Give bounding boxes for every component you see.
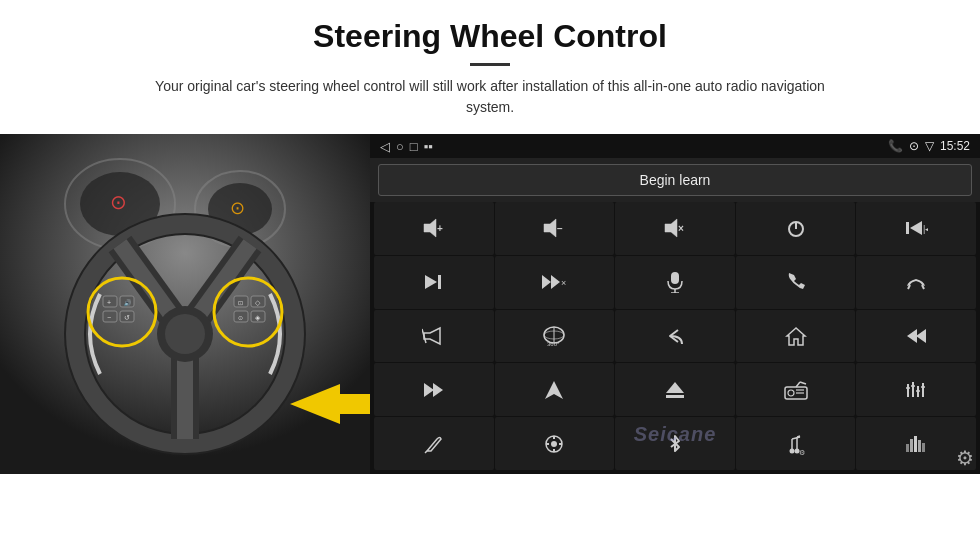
svg-line-94 [792, 437, 800, 439]
view360-icon: 360° [540, 325, 568, 347]
svg-point-74 [788, 390, 794, 396]
pen-btn[interactable] [374, 417, 494, 470]
mute-btn[interactable]: × [615, 202, 735, 255]
music-icon: ⚙ [785, 433, 807, 455]
svg-line-58 [422, 329, 426, 343]
fast-fwd-icon [422, 380, 446, 400]
equalizer-icon [905, 379, 927, 401]
prev-track-btn[interactable]: |◀ [856, 202, 976, 255]
begin-learn-button[interactable]: Begin learn [378, 164, 972, 196]
time-display: 15:52 [940, 139, 970, 153]
svg-text:⊙: ⊙ [230, 198, 245, 218]
svg-marker-65 [916, 329, 926, 343]
navigate-icon [543, 379, 565, 401]
wifi-status-icon: ▽ [925, 139, 934, 153]
music-btn[interactable]: ⚙ [736, 417, 856, 470]
radio-icon [784, 379, 808, 401]
svg-point-96 [789, 448, 794, 453]
mute-icon: × [663, 218, 687, 238]
svg-marker-66 [424, 383, 434, 397]
svg-text:|◀: |◀ [923, 224, 928, 234]
svg-point-16 [165, 314, 205, 354]
android-panel: ◁ ○ □ ▪▪ 📞 ⊙ ▽ 15:52 Begin learn [370, 134, 980, 474]
bluetooth-icon [667, 433, 683, 455]
svg-rect-102 [918, 440, 921, 452]
svg-rect-48 [438, 275, 441, 289]
status-right: 📞 ⊙ ▽ 15:52 [888, 139, 970, 153]
svg-marker-45 [910, 221, 922, 235]
home-btn[interactable] [736, 310, 856, 363]
svg-marker-57 [424, 328, 440, 344]
end-call-btn[interactable] [856, 256, 976, 309]
horn-btn[interactable] [374, 310, 494, 363]
radio-btn[interactable] [736, 363, 856, 416]
eject-icon [664, 379, 686, 401]
svg-marker-69 [666, 382, 684, 393]
steering-wheel-bg: ⊙ ⊙ [0, 134, 370, 474]
svg-marker-63 [787, 328, 805, 345]
vol-down-icon: − [542, 218, 566, 238]
home-icon [785, 325, 807, 347]
car-image-section: ⊙ ⊙ [0, 134, 370, 474]
svg-marker-64 [907, 329, 917, 343]
phone-call-icon [785, 271, 807, 293]
svg-rect-101 [914, 436, 917, 452]
skip-fwd-btn[interactable]: × [495, 256, 615, 309]
svg-text:−: − [107, 314, 111, 321]
page-container: Steering Wheel Control Your original car… [0, 0, 980, 548]
circle-icon[interactable]: ○ [396, 139, 404, 154]
vol-down-btn[interactable]: − [495, 202, 615, 255]
page-title: Steering Wheel Control [60, 18, 920, 55]
svg-text:+: + [107, 299, 111, 306]
svg-line-95 [797, 436, 800, 437]
svg-marker-38 [544, 219, 556, 237]
rewind-btn[interactable] [856, 310, 976, 363]
eject-btn[interactable] [615, 363, 735, 416]
rewind-icon [904, 326, 928, 346]
svg-rect-70 [666, 395, 684, 398]
skip-next-icon [422, 272, 446, 292]
vol-up-btn[interactable]: + [374, 202, 494, 255]
svg-marker-49 [542, 275, 551, 289]
power-btn[interactable] [736, 202, 856, 255]
navigate-btn[interactable] [495, 363, 615, 416]
end-call-icon [904, 271, 928, 293]
equalizer-btn[interactable] [856, 363, 976, 416]
square-icon[interactable]: □ [410, 139, 418, 154]
svg-text:−: − [557, 223, 563, 234]
bluetooth-btn[interactable] [615, 417, 735, 470]
svg-line-56 [922, 285, 924, 289]
svg-marker-50 [551, 275, 560, 289]
svg-text:⊙: ⊙ [110, 191, 127, 213]
back-nav-btn[interactable] [615, 310, 735, 363]
svg-line-55 [908, 285, 910, 289]
skip-next-btn[interactable] [374, 256, 494, 309]
svg-text:×: × [561, 278, 566, 288]
fast-fwd-btn[interactable] [374, 363, 494, 416]
location-status-icon: ⊙ [909, 139, 919, 153]
svg-rect-99 [906, 444, 909, 452]
title-divider [470, 63, 510, 66]
back-icon[interactable]: ◁ [380, 139, 390, 154]
phone-call-btn[interactable] [736, 256, 856, 309]
svg-text:⚙: ⚙ [799, 449, 805, 455]
mic-btn[interactable] [615, 256, 735, 309]
status-left: ◁ ○ □ ▪▪ [380, 139, 433, 154]
begin-learn-row: Begin learn [370, 158, 980, 202]
battery-icon: ▪▪ [424, 139, 433, 154]
status-bar: ◁ ○ □ ▪▪ 📞 ⊙ ▽ 15:52 [370, 134, 980, 158]
content-area: ⊙ ⊙ [0, 134, 980, 548]
svg-text:🔊: 🔊 [124, 299, 132, 307]
power-icon [785, 217, 807, 239]
svg-marker-36 [424, 219, 436, 237]
svg-rect-44 [906, 222, 909, 234]
svg-text:⊙: ⊙ [238, 315, 243, 321]
horn-icon [422, 326, 446, 346]
prev-track-icon: |◀ [904, 218, 928, 238]
svg-marker-67 [433, 383, 443, 397]
svg-marker-47 [425, 275, 437, 289]
skip-fwd-icon: × [540, 272, 568, 292]
gear-corner-btn[interactable]: ⚙ [956, 446, 974, 470]
settings-dial-btn[interactable] [495, 417, 615, 470]
view360-btn[interactable]: 360° [495, 310, 615, 363]
